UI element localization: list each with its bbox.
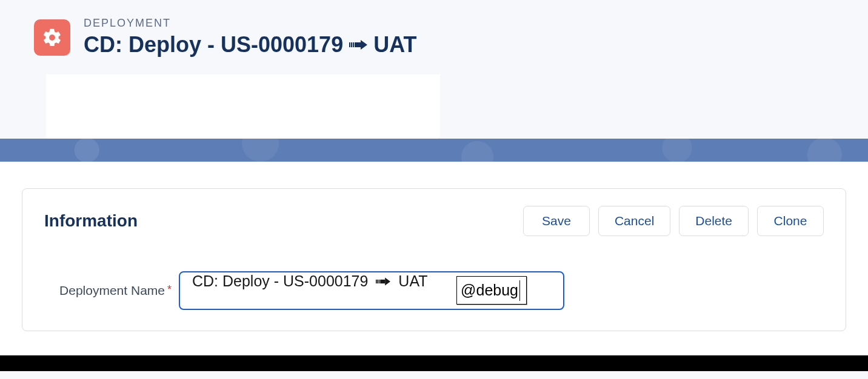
ime-composition-box[interactable]: @debug — [456, 276, 527, 305]
svg-rect-2 — [353, 42, 354, 47]
clone-button[interactable]: Clone — [757, 206, 824, 236]
svg-rect-6 — [378, 280, 379, 283]
svg-marker-4 — [361, 40, 367, 50]
cancel-button[interactable]: Cancel — [598, 206, 670, 236]
page-body: Information Save Cancel Delete Clone Dep… — [0, 162, 868, 355]
page-title: CD: Deploy - US-0000179 UAT — [84, 32, 416, 58]
subheader-blank-card — [46, 74, 440, 139]
save-button[interactable]: Save — [523, 206, 590, 236]
text-caret — [519, 280, 520, 301]
information-panel: Information Save Cancel Delete Clone Dep… — [22, 188, 846, 331]
ime-text: @debug — [461, 282, 518, 299]
subheader-region — [0, 74, 868, 139]
svg-rect-1 — [351, 42, 352, 47]
svg-rect-7 — [379, 280, 380, 283]
arrow-right-icon — [376, 277, 390, 286]
deployment-name-label: Deployment Name* — [44, 283, 172, 298]
bottom-crop-bar — [0, 355, 868, 371]
input-value-suffix: UAT — [398, 272, 427, 289]
decorative-band — [0, 139, 868, 162]
svg-rect-8 — [381, 280, 386, 283]
page-title-prefix: CD: Deploy - US-0000179 — [84, 32, 343, 58]
svg-rect-3 — [355, 42, 361, 47]
svg-rect-0 — [349, 42, 350, 47]
svg-rect-5 — [376, 280, 377, 283]
action-button-row: Save Cancel Delete Clone — [523, 206, 824, 236]
input-value-prefix: CD: Deploy - US-0000179 — [192, 272, 368, 289]
svg-marker-9 — [386, 278, 391, 286]
section-title: Information — [44, 211, 138, 231]
page-title-suffix: UAT — [373, 32, 416, 58]
required-indicator: * — [167, 283, 172, 295]
delete-button[interactable]: Delete — [679, 206, 749, 236]
object-label: DEPLOYMENT — [84, 17, 416, 30]
deployment-name-input-wrap: CD: Deploy - US-0000179 UAT @debug — [179, 271, 564, 310]
deployment-name-field-row: Deployment Name* CD: Deploy - US-0000179… — [44, 271, 824, 310]
deployment-icon — [34, 19, 70, 56]
panel-header: Information Save Cancel Delete Clone — [44, 206, 824, 236]
arrow-right-icon — [349, 39, 367, 51]
record-header-text: DEPLOYMENT CD: Deploy - US-0000179 UAT — [84, 17, 416, 58]
record-header: DEPLOYMENT CD: Deploy - US-0000179 UAT — [0, 0, 868, 74]
